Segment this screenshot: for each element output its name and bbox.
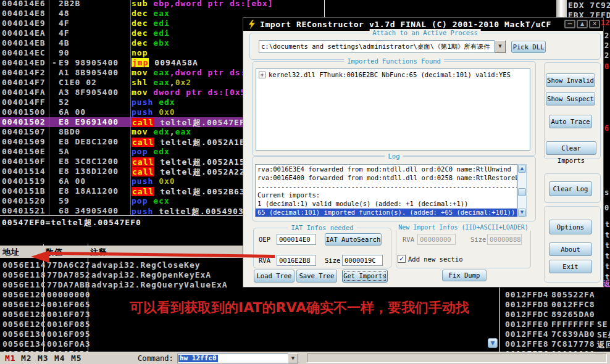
- auto-trace-button[interactable]: Auto Trace: [549, 115, 592, 128]
- dump-scrollbar[interactable]: ▼: [488, 287, 498, 352]
- command-dropdown-button[interactable]: ▼: [288, 354, 298, 363]
- stack-row[interactable]: 0012FFDC89265DA0: [500, 310, 610, 320]
- stack-row[interactable]: 0012FFE0FFFFFFFFSE: [500, 320, 610, 329]
- process-path-text: c:\documents and settings\administrator\…: [261, 43, 495, 51]
- occluded-text-fragment: s: [604, 188, 609, 197]
- olly-stack-panel: 0012FFD4805522FA0012FFD80012FFC80012FFDC…: [500, 287, 610, 352]
- annotation-text: 可以看到获取到的IAT的RVA确实不一样，要我们手动找: [130, 299, 469, 317]
- get-imports-button[interactable]: Get Imports: [342, 270, 388, 283]
- dump-row[interactable]: 0056E1300016F095: [0, 329, 488, 339]
- stack-row[interactable]: 0012FFD80012FFC8: [500, 300, 610, 310]
- occluded-text-fragment: t: [605, 220, 609, 229]
- add-new-section-checkbox[interactable]: ✓: [398, 255, 406, 263]
- olly-statusbar: M1M2M3M4M5 Command: hw 12ffc0 ▼: [0, 352, 610, 364]
- log-line[interactable]: 1 (decimal:1) valid module(s) (added: +1…: [256, 200, 517, 209]
- register-line: EDX 7C92: [568, 1, 610, 10]
- size-label: Size: [325, 257, 340, 264]
- occluded-text-fragment: t: [605, 241, 609, 250]
- dropdown-button[interactable]: ▼: [495, 40, 506, 53]
- new-import-group-label: New Import Infos (IID+ASCII+LOADER): [395, 224, 532, 231]
- view-tab-m1[interactable]: M1: [5, 354, 16, 363]
- new-rva-field: [417, 234, 456, 245]
- disasm-col-divider: [130, 0, 131, 215]
- functions-treeview[interactable]: + kernel32.dll FThunk:0016E2BC NbFunc:65…: [256, 68, 530, 151]
- check-icon: ✓: [399, 255, 404, 263]
- minimize-button[interactable]: —: [564, 20, 575, 28]
- occluded-text-fragment: 6: [604, 124, 609, 133]
- view-tab-m2[interactable]: M2: [21, 354, 32, 363]
- occluded-text-fragment: 2: [604, 41, 609, 50]
- new-size-field: [487, 234, 522, 245]
- view-tab-m3[interactable]: M3: [38, 354, 49, 363]
- window-title: Import REConstructor v1.7d FINAL (C) 200…: [260, 20, 551, 29]
- attach-group-label: Attach to an Active Process: [369, 29, 481, 36]
- log-line[interactable]: 65 (decimal:101) imported function(s). (…: [256, 209, 517, 217]
- disasm-scrollbar[interactable]: [556, 0, 567, 17]
- occluded-text-fragment: t: [605, 231, 609, 239]
- disasm-col-divider: [49, 0, 49, 215]
- close-button[interactable]: ✕: [589, 20, 600, 28]
- log-line[interactable]: Current imports:: [256, 191, 517, 200]
- view-tab-m5[interactable]: M5: [71, 354, 82, 363]
- occluded-text-fragment: t: [605, 262, 609, 271]
- process-combobox[interactable]: c:\documents and settings\administrator\…: [259, 40, 495, 53]
- size-field[interactable]: [342, 255, 383, 266]
- scrollbar-thumb[interactable]: [518, 188, 526, 196]
- status-message-area: [307, 354, 607, 363]
- chevron-up-icon[interactable]: ▲: [518, 165, 526, 173]
- pick-dll-button[interactable]: Pick DLL: [511, 41, 546, 53]
- dump-header-cell: 地址: [2, 247, 20, 258]
- maximize-button[interactable]: ▲: [577, 20, 588, 28]
- command-label: Command:: [138, 354, 173, 363]
- command-selected-text: hw 12ffc0: [178, 355, 218, 362]
- show-suspect-button[interactable]: Show Suspect: [546, 92, 595, 105]
- occluded-text-fragment: 0: [604, 204, 609, 212]
- log-line[interactable]: ----------------------------------------…: [256, 183, 517, 191]
- oep-field[interactable]: [277, 234, 316, 245]
- dump-row[interactable]: 0056E12C0016F085: [0, 320, 488, 329]
- stack-row[interactable]: 0012FFE87C817778返回: [500, 339, 610, 349]
- exit-button[interactable]: Exit: [549, 260, 592, 273]
- imprec-window: Import REConstructor v1.7d FINAL (C) 200…: [243, 17, 604, 287]
- stack-row[interactable]: 0012FFD4805522FA: [500, 290, 610, 300]
- tree-expand-icon[interactable]: +: [259, 72, 265, 78]
- lightning-app-icon: [248, 20, 256, 29]
- stack-row[interactable]: 0012FFE47C839AB0SE处: [500, 329, 610, 339]
- annotation-arrowhead: [31, 250, 49, 263]
- new-rva-label: RVA: [403, 236, 414, 243]
- log-line[interactable]: rva:0016E3E4 forwarded from mod:ntdll.dl…: [256, 165, 517, 174]
- screen: 004014E62B2Bsub ebp,dword ptr ds:[ebx]00…: [0, 0, 610, 364]
- fix-dump-button[interactable]: Fix Dump: [442, 270, 487, 281]
- add-new-section-label: Add new sectio: [408, 255, 463, 263]
- save-tree-button[interactable]: Save Tree: [296, 270, 337, 283]
- occluded-text-fragment: 2: [604, 51, 609, 60]
- dump-row[interactable]: 0056E1340016F0A3: [0, 339, 488, 349]
- occluded-text-fragment: t: [605, 273, 609, 281]
- about-button[interactable]: About: [549, 242, 592, 256]
- occluded-text-fragment: t: [605, 252, 609, 260]
- command-input[interactable]: hw 12ffc0: [177, 354, 298, 363]
- occluded-text-fragment: 2: [604, 31, 609, 40]
- chevron-down-icon: ▼: [291, 356, 295, 361]
- options-button[interactable]: Options: [549, 220, 592, 234]
- log-line[interactable]: rva:0016E400 forwarded from mod:ntdll.dl…: [256, 174, 517, 183]
- iat-autosearch-button[interactable]: IAT AutoSearch: [325, 233, 382, 246]
- log-listbox[interactable]: rva:0016E3E4 forwarded from mod:ntdll.dl…: [255, 164, 517, 217]
- load-tree-button[interactable]: Load Tree: [254, 270, 295, 283]
- chevron-down-icon[interactable]: ▼: [488, 338, 498, 348]
- new-size-label: Size: [470, 236, 486, 243]
- log-scrollbar[interactable]: ▲ ▼: [517, 164, 527, 217]
- log-group-label: Log: [385, 152, 403, 160]
- tree-item[interactable]: kernel32.dll FThunk:0016E2BC NbFunc:65 (…: [269, 71, 511, 78]
- view-tab-m4[interactable]: M4: [54, 354, 65, 363]
- info-pane-text: 00547EF0=teltel超.00547EF0: [2, 217, 141, 228]
- rva-field[interactable]: [277, 255, 316, 266]
- iat-group-label: IAT Infos needed: [288, 224, 356, 231]
- functions-group-label: Imported Functions Found: [344, 57, 444, 65]
- show-invalid-button[interactable]: Show Invalid: [546, 73, 595, 87]
- disasm-row[interactable]: 004014E62B2Bsub ebp,dword ptr ds:[ebx]: [0, 0, 556, 9]
- clear-imports-button[interactable]: Clear Imports: [546, 141, 596, 155]
- chevron-down-icon[interactable]: ▼: [518, 209, 526, 217]
- chevron-down-icon: ▼: [498, 44, 501, 49]
- clear-log-button[interactable]: Clear Log: [549, 181, 592, 196]
